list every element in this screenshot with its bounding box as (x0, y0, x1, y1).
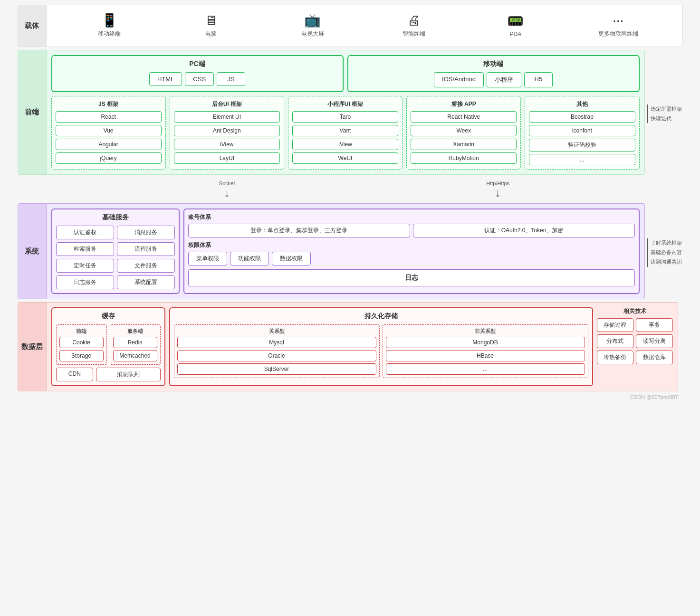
svc-file: 文件服务 (117, 259, 175, 273)
svc-msg: 消息服务 (117, 226, 175, 239)
system-annotation-text: 了解系统框架基础必备内容达到沟通共识 (647, 238, 682, 266)
fw-iview1: iView (174, 139, 280, 150)
miniapp-framework-items: Taro Vant iView WeUI (292, 111, 398, 164)
zaiti-content: 📱 移动终端 🖥 电脑 📺 电视大屏 🖨 智能终端 📟 PDA (47, 5, 682, 47)
device-mobile: 📱 移动终端 (90, 14, 128, 38)
pc-item-css: CSS (185, 72, 214, 86)
account-title: 账号体系 (188, 213, 635, 221)
svc-task: 定时任务 (56, 259, 114, 273)
basic-services-title: 基础服务 (56, 213, 175, 222)
db-oracle: Oracle (177, 350, 376, 361)
svc-auth: 认证鉴权 (56, 226, 114, 239)
platform-row: PC端 HTML CSS JS 移动端 IOS/Andriod 小程序 H5 (51, 55, 640, 92)
frontend-content: PC端 HTML CSS JS 移动端 IOS/Andriod 小程序 H5 (47, 50, 644, 174)
footer-label: CSDN @007php007 (18, 394, 683, 402)
device-iot: ··· 更多物联网终端 (598, 14, 638, 38)
related-grid: 存储过程 事务 分布式 读写分离 冷热备份 数据仓库 (597, 318, 673, 364)
rel-distributed: 分布式 (597, 334, 634, 348)
persist-section: 持久化存储 关系型 Mysql Oracle SqlServer 非关系型 (169, 307, 593, 386)
pda-label: PDA (510, 31, 522, 38)
perm-data: 数据权限 (272, 252, 311, 265)
system-right: 账号体系 登录：单点登录、集群登录、三方登录 认证：OAuth2.0、Token… (183, 208, 640, 294)
smart-label: 智能终端 (403, 30, 425, 38)
device-smart: 🖨 智能终端 (395, 14, 433, 38)
rel-warehouse: 数据仓库 (636, 351, 673, 364)
cache-frontend-title: 前端 (59, 328, 104, 335)
cache-server-items: Redis Memcached (113, 337, 157, 361)
nonrelational-title: 非关系型 (386, 328, 585, 335)
fw-vue: Vue (56, 125, 162, 136)
arrow-content: Socket ↓ Http/Https ↓ (46, 178, 683, 201)
related-section: 相关技术 存储过程 事务 分布式 读写分离 冷热备份 数据仓库 (597, 307, 673, 386)
svc-log: 日志服务 (56, 275, 114, 289)
data-annotation (678, 302, 683, 394)
persist-nonrelational: 非关系型 MongoDB HBase ... (383, 324, 588, 378)
arrow-spacer (18, 178, 46, 201)
relational-items: Mysql Oracle SqlServer (177, 337, 376, 375)
basic-services-grid: 认证鉴权 消息服务 检索服务 流程服务 定时任务 文件服务 日志服务 系统配置 (56, 226, 175, 289)
mobile-items: IOS/Andriod 小程序 H5 (352, 72, 635, 87)
account-items: 登录：单点登录、集群登录、三方登录 认证：OAuth2.0、Token、加密 (188, 224, 635, 237)
cache-redis: Redis (113, 337, 157, 348)
fw-bootstrap: Boostrap (529, 111, 635, 123)
cache-server-title: 服务端 (113, 328, 157, 335)
frontend-row: 前端 PC端 HTML CSS JS 移动端 (18, 50, 645, 175)
fw-captcha: 验证码校验 (529, 139, 635, 152)
pc-icon: 🖥 (204, 14, 218, 27)
data-row-wrapper: 数据层 缓存 前端 Cookie Storage (18, 302, 683, 394)
permission-items: 菜单权限 功能权限 数据权限 (188, 252, 635, 265)
fw-rubymotion: RubyMotion (411, 152, 517, 164)
pda-icon: 📟 (507, 15, 524, 28)
pc-title: PC端 (56, 60, 339, 68)
system-row-wrapper: 系统 基础服务 认证鉴权 消息服务 检索服务 流程服务 定时任务 文件服务 日志… (18, 203, 683, 302)
system-row: 系统 基础服务 认证鉴权 消息服务 检索服务 流程服务 定时任务 文件服务 日志… (18, 203, 645, 299)
persist-inner: 关系型 Mysql Oracle SqlServer 非关系型 MongoDB (174, 324, 588, 378)
data-content: 缓存 前端 Cookie Storage 服务端 Redi (47, 303, 678, 391)
pc-label: 电脑 (205, 30, 217, 38)
frontend-annotation: 选定所需框架快读迭代 (645, 50, 683, 178)
fw-taro: Taro (292, 111, 398, 123)
arrow-row: Socket ↓ Http/Https ↓ (18, 178, 683, 201)
miniapp-framework: 小程序UI 框架 Taro Vant iView WeUI (288, 96, 403, 170)
cache-title: 缓存 (56, 312, 161, 321)
frontend-row-wrapper: 前端 PC端 HTML CSS JS 移动端 (18, 50, 683, 178)
rel-rw-split: 读写分离 (636, 334, 673, 348)
bridge-framework: 桥接 APP React Native Weex Xamarin RubyMot… (406, 96, 521, 170)
cache-inner: 前端 Cookie Storage 服务端 Redis Memcached (56, 324, 161, 365)
fw-dots: ... (529, 154, 635, 165)
iot-label: 更多物联网终端 (598, 30, 638, 38)
rel-storedproc: 存储过程 (597, 318, 634, 332)
fw-vant: Vant (292, 125, 398, 136)
persist-title: 持久化存储 (174, 312, 588, 321)
cdn-row: CDN 消息队列 (56, 368, 161, 381)
pc-section: PC端 HTML CSS JS (51, 55, 344, 92)
account-login: 登录：单点登录、集群登录、三方登录 (188, 224, 410, 237)
related-title: 相关技术 (597, 307, 673, 315)
bridge-framework-title: 桥接 APP (411, 100, 517, 108)
arrow-http: Http/Https ↓ (486, 180, 509, 199)
other-framework: 其他 Boostrap iconfont 验证码校验 ... (525, 96, 639, 170)
tv-label: 电视大屏 (301, 30, 324, 38)
other-framework-items: Boostrap iconfont 验证码校验 ... (529, 111, 635, 165)
cache-frontend-items: Cookie Storage (59, 337, 104, 361)
cache-server: 服务端 Redis Memcached (110, 324, 161, 365)
fw-jquery: jQuery (56, 152, 162, 164)
mobile-title: 移动端 (352, 60, 635, 68)
cache-section: 缓存 前端 Cookie Storage 服务端 Redi (51, 307, 165, 386)
svc-config: 系统配置 (117, 275, 175, 289)
fw-angular: Angular (56, 139, 162, 150)
http-label: Http/Https (486, 180, 509, 186)
log-section: 日志 (188, 269, 635, 286)
fw-elementui: Element UI (174, 111, 280, 123)
iot-icon: ··· (613, 14, 623, 27)
fw-reactnative: React Native (411, 111, 517, 123)
fw-react: React (56, 111, 162, 123)
system-content: 基础服务 认证鉴权 消息服务 检索服务 流程服务 定时任务 文件服务 日志服务 … (47, 204, 644, 299)
db-sqlserver: SqlServer (177, 363, 376, 375)
data-row: 数据层 缓存 前端 Cookie Storage (18, 302, 678, 391)
ui-framework-title: 后台UI 框架 (174, 100, 280, 108)
svc-search: 检索服务 (56, 242, 114, 256)
perm-menu: 菜单权限 (188, 252, 227, 265)
device-pc: 🖥 电脑 (192, 14, 230, 38)
basic-services: 基础服务 认证鉴权 消息服务 检索服务 流程服务 定时任务 文件服务 日志服务 … (51, 208, 180, 294)
